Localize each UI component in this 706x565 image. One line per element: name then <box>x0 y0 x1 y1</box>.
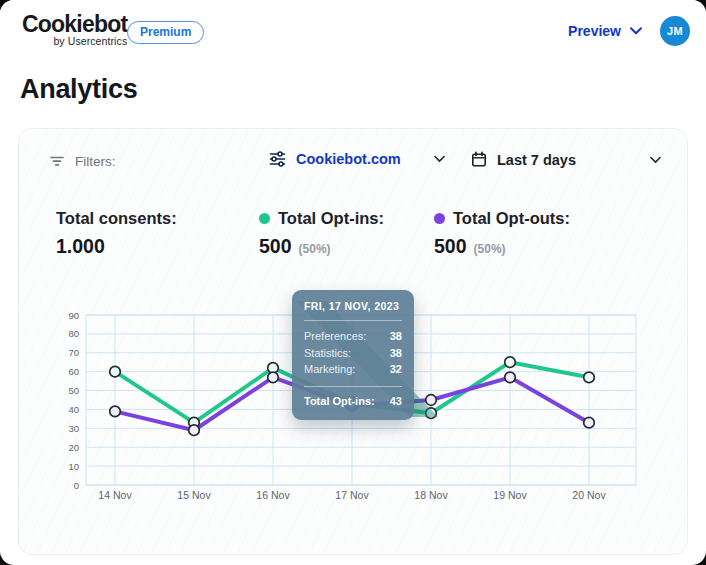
site-selector-value: Cookiebot.com <box>296 151 401 167</box>
svg-text:18 Nov: 18 Nov <box>414 489 448 501</box>
stat-total-optouts: Total Opt-outs: 500 (50%) <box>434 209 570 258</box>
stat-total-consents: Total consents: 1.000 <box>56 209 177 258</box>
svg-text:0: 0 <box>74 480 79 491</box>
svg-text:50: 50 <box>68 385 79 396</box>
svg-text:14 Nov: 14 Nov <box>98 489 132 501</box>
preview-label: Preview <box>568 23 621 39</box>
premium-badge[interactable]: Premium <box>127 21 204 44</box>
svg-text:40: 40 <box>68 404 79 415</box>
stat-value: 500 <box>434 235 467 258</box>
chart-tooltip: FRI, 17 NOV, 2023 Preferences:38 Statist… <box>292 290 414 420</box>
svg-text:17 Nov: 17 Nov <box>335 489 369 501</box>
stat-value: 500 <box>259 235 292 258</box>
stat-value: 1.000 <box>56 235 105 258</box>
cookiebot-logo[interactable]: Cookiebot by Usercentrics <box>22 12 127 47</box>
chevron-down-icon <box>650 156 661 164</box>
svg-text:70: 70 <box>68 347 79 358</box>
svg-text:20 Nov: 20 Nov <box>572 489 606 501</box>
stat-label: Total Opt-outs: <box>453 209 570 228</box>
tooltip-row-preferences: Preferences:38 <box>304 328 402 345</box>
optin-dot-icon <box>259 213 270 224</box>
chevron-down-icon <box>434 155 445 163</box>
tooltip-row-marketing: Marketing:32 <box>304 361 402 378</box>
svg-text:30: 30 <box>68 423 79 434</box>
avatar[interactable]: JM <box>660 16 690 46</box>
stat-percent: (50%) <box>299 242 331 256</box>
svg-text:80: 80 <box>68 328 79 339</box>
filters-label: Filters: <box>75 154 116 169</box>
page-title: Analytics <box>20 74 137 105</box>
site-selector[interactable]: Cookiebot.com <box>269 151 445 167</box>
svg-text:20: 20 <box>68 442 79 453</box>
svg-text:90: 90 <box>68 310 79 321</box>
logo-title: Cookiebot <box>22 12 127 36</box>
date-range-selector[interactable]: Last 7 days <box>471 151 661 168</box>
svg-text:19 Nov: 19 Nov <box>493 489 527 501</box>
divider <box>304 320 402 321</box>
stat-total-optins: Total Opt-ins: 500 (50%) <box>259 209 384 258</box>
chevron-down-icon <box>630 27 642 35</box>
svg-text:10: 10 <box>68 461 79 472</box>
sliders-icon <box>269 151 286 167</box>
svg-text:15 Nov: 15 Nov <box>177 489 211 501</box>
top-right-controls: Preview JM <box>568 16 690 46</box>
tooltip-total-row: Total Opt-ins:43 <box>304 394 402 409</box>
preview-dropdown[interactable]: Preview <box>568 23 642 39</box>
optout-dot-icon <box>434 213 445 224</box>
stat-label: Total consents: <box>56 209 177 228</box>
filter-icon <box>49 153 65 169</box>
stat-label: Total Opt-ins: <box>278 209 384 228</box>
divider <box>304 386 402 387</box>
date-range-value: Last 7 days <box>497 152 576 168</box>
calendar-icon <box>471 151 487 168</box>
analytics-card: Filters: Cookiebot.com <box>18 128 688 555</box>
svg-text:60: 60 <box>68 366 79 377</box>
stat-percent: (50%) <box>474 242 506 256</box>
top-bar: Cookiebot by Usercentrics Premium Previe… <box>0 0 706 62</box>
cookiebot-analytics-window: Cookiebot by Usercentrics Premium Previe… <box>0 0 706 565</box>
svg-text:16 Nov: 16 Nov <box>256 489 290 501</box>
tooltip-date: FRI, 17 NOV, 2023 <box>304 300 402 312</box>
tooltip-row-statistics: Statistics:38 <box>304 345 402 362</box>
filters-label-group: Filters: <box>49 153 116 169</box>
